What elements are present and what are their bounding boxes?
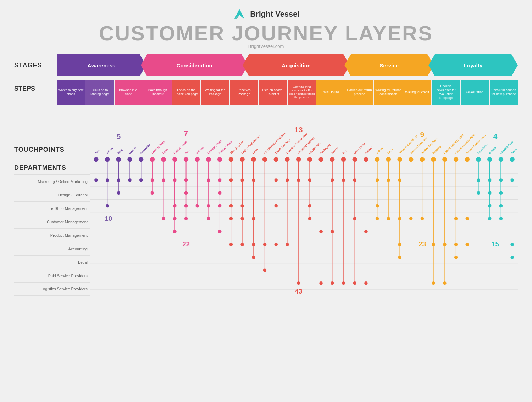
svg-point-211 (398, 256, 401, 259)
svg-text:9: 9 (420, 130, 425, 139)
svg-point-33 (139, 157, 143, 162)
svg-text:Packaging: Packaging (319, 143, 331, 155)
svg-text:Paid Service Providers: Paid Service Providers (263, 132, 286, 155)
svg-text:e-Shop: e-Shop (106, 146, 115, 155)
svg-text:23: 23 (419, 240, 426, 248)
dept-label-logistics: Logistics Service Providers (14, 282, 90, 296)
svg-point-127 (274, 157, 278, 162)
svg-text:Form: Form (510, 148, 517, 155)
svg-point-37 (150, 157, 155, 162)
dept-label-design: Design / Editorial (14, 188, 90, 201)
logo-row: Bright Vessel (232, 7, 299, 21)
svg-point-49 (172, 157, 177, 162)
dept-label-accounting: Accounting (14, 242, 90, 255)
stages-row: STAGES Awareness Consideration Acquisiti… (14, 54, 518, 76)
svg-text:Terms & Conditions: Terms & Conditions (398, 134, 418, 155)
main-chart-svg: Adse-ShopBlogBannerNewsletterLanding Pag… (90, 107, 518, 314)
svg-text:Newsletter: Newsletter (477, 143, 489, 155)
svg-point-81 (217, 157, 222, 162)
subtitle: BrightVessel.com (248, 44, 284, 49)
svg-text:e-Shop: e-Shop (488, 146, 497, 155)
svg-point-215 (409, 217, 413, 220)
step-4: Goes through Checkout (143, 80, 171, 105)
svg-point-245 (466, 243, 469, 246)
svg-point-73 (206, 157, 211, 162)
step-12: Waiting for returns confirmation (374, 80, 402, 105)
svg-point-181 (353, 281, 356, 285)
dept-label-legal: Legal (14, 255, 90, 269)
svg-point-111 (251, 157, 256, 162)
touchpoints-label-area: TOUCHPOINTS (14, 107, 90, 157)
departments-label-area: DEPARTMENTS Marketing / Online Marketing… (14, 164, 90, 296)
svg-point-161 (330, 157, 334, 162)
svg-point-101 (240, 157, 244, 162)
step-15: Gives rating (461, 80, 489, 105)
svg-text:Product: Product (364, 145, 374, 155)
svg-text:FAQs: FAQs (387, 147, 394, 155)
step-11: Carries out return process (345, 80, 373, 105)
departments-label: DEPARTMENTS (14, 164, 90, 172)
svg-point-133 (274, 243, 278, 246)
svg-point-125 (263, 269, 267, 272)
svg-point-29 (127, 157, 132, 162)
svg-point-263 (499, 157, 503, 162)
svg-text:Form: Form (252, 148, 259, 155)
svg-point-175 (353, 157, 357, 162)
stage-acquisition: Acquisition (243, 54, 350, 76)
stage-consideration: Consideration (141, 54, 248, 76)
chart-main: TOUCHPOINTS DEPARTMENTS Marketing / Onli… (14, 107, 518, 316)
svg-point-79 (207, 217, 210, 220)
svg-text:15: 15 (492, 240, 499, 248)
svg-point-27 (117, 191, 120, 195)
svg-text:Blog: Blog (117, 148, 123, 155)
svg-point-189 (375, 157, 379, 162)
stage-loyalty: Loyalty (428, 54, 518, 76)
svg-text:Login / Registration: Login / Registration (240, 134, 261, 155)
svg-point-213 (409, 157, 413, 162)
page-container: Bright Vessel CUSTOMER JOURNEY LAYERS Br… (0, 0, 532, 402)
svg-point-17 (105, 157, 110, 162)
svg-point-139 (286, 243, 289, 246)
svg-point-203 (397, 157, 402, 162)
svg-text:4: 4 (493, 132, 498, 140)
stages-arrows: Awareness Consideration Acquisition Serv… (57, 54, 518, 76)
svg-point-217 (420, 157, 425, 162)
svg-point-251 (477, 191, 480, 195)
header: Bright Vessel CUSTOMER JOURNEY LAYERS Br… (14, 7, 518, 49)
svg-point-145 (297, 281, 300, 285)
svg-point-225 (432, 281, 435, 285)
svg-point-261 (488, 217, 492, 220)
svg-point-15 (94, 178, 98, 182)
svg-point-195 (376, 217, 379, 220)
svg-point-183 (364, 157, 368, 162)
step-5: Lands on the Thank You page (172, 80, 200, 105)
stage-awareness: Awareness (57, 54, 146, 76)
svg-text:e-Shop: e-Shop (195, 146, 204, 155)
svg-text:Return Address Form: Return Address Form (454, 133, 476, 155)
step-9: Wants to send shoes back - But does not … (288, 80, 316, 105)
step-10: Calls Hotline (316, 80, 344, 105)
svg-point-153 (308, 217, 312, 220)
svg-text:Ads: Ads (94, 149, 100, 155)
step-6: Waiting for the Package (201, 80, 229, 105)
svg-text:10: 10 (105, 215, 112, 222)
svg-text:e-Shop: e-Shop (376, 146, 384, 155)
svg-point-253 (487, 157, 492, 162)
chart-area: Adse-ShopBlogBannerNewsletterLanding Pag… (90, 107, 518, 316)
step-7: Receives Package (230, 80, 258, 105)
svg-point-159 (319, 281, 323, 285)
svg-point-67 (184, 217, 188, 220)
svg-text:Newsletter: Newsletter (139, 143, 151, 155)
svg-text:43: 43 (295, 287, 302, 295)
svg-text:Return Confirmation: Return Confirmation (465, 134, 486, 155)
svg-point-239 (454, 256, 458, 259)
svg-point-155 (318, 157, 323, 162)
svg-point-21 (106, 204, 109, 208)
svg-point-273 (510, 157, 514, 162)
step-8: Tries on shoes · Do not fit (259, 80, 287, 105)
svg-point-233 (454, 157, 458, 162)
steps-row: STEPS Wants to buy new shoes Clicks ad t… (14, 80, 518, 105)
svg-text:Ordering Confirmation: Ordering Confirmation (286, 132, 309, 155)
step-1: Wants to buy new shoes (57, 80, 85, 105)
svg-point-121 (262, 157, 267, 162)
